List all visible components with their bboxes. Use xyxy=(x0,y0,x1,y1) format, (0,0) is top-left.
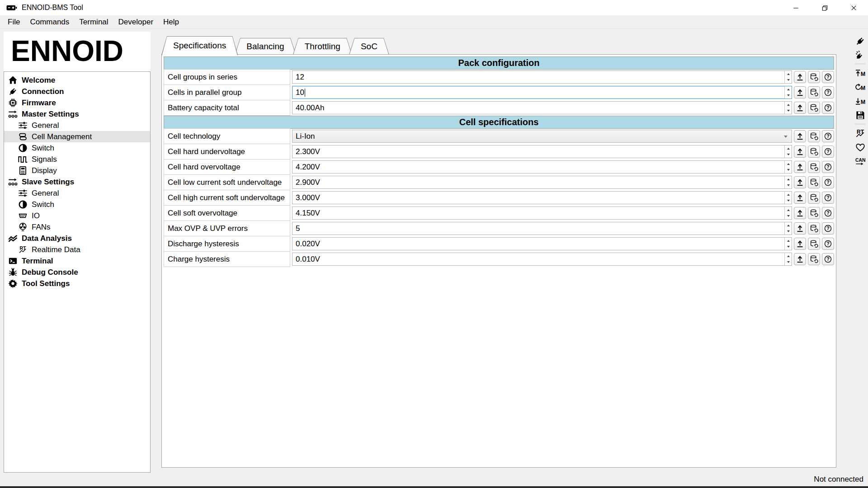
spin-up-button[interactable] xyxy=(785,253,792,259)
sidebar-item-cell-management[interactable]: Cell Management xyxy=(4,131,150,142)
cell-groups-in-series-input[interactable]: 12 xyxy=(292,70,792,84)
sidebar-item-general[interactable]: General xyxy=(4,188,150,199)
sidebar-item-welcome[interactable]: Welcome xyxy=(4,75,150,86)
tab-specifications[interactable]: Specifications xyxy=(161,36,238,55)
help-button[interactable]: ? xyxy=(822,71,834,83)
restore-default-button[interactable] xyxy=(808,253,820,265)
cell-soft-overvoltage-input[interactable]: 4.150V xyxy=(292,206,792,220)
sidebar-item-data-analysis[interactable]: Data Analysis xyxy=(4,233,150,244)
spin-down-button[interactable] xyxy=(785,77,792,84)
help-button[interactable]: ? xyxy=(822,130,834,142)
upload-button[interactable] xyxy=(794,102,806,114)
tab-balancing[interactable]: Balancing xyxy=(235,38,296,55)
upload-button[interactable] xyxy=(794,253,806,265)
restore-default-button[interactable] xyxy=(808,71,820,83)
spin-up-button[interactable] xyxy=(785,102,792,108)
sidebar-item-terminal[interactable]: Terminal xyxy=(4,255,150,267)
upload-button[interactable] xyxy=(794,176,806,188)
spin-down-button[interactable] xyxy=(785,167,792,174)
spin-down-button[interactable] xyxy=(785,152,792,158)
sidebar-item-connection[interactable]: Connection xyxy=(4,86,150,97)
spin-up-button[interactable] xyxy=(785,207,792,213)
help-button[interactable]: ? xyxy=(822,207,834,219)
spin-down-button[interactable] xyxy=(785,213,792,220)
connect-button[interactable] xyxy=(854,34,867,47)
restore-default-button[interactable] xyxy=(808,161,820,173)
spin-up-button[interactable] xyxy=(785,222,792,229)
upload-button[interactable] xyxy=(794,238,806,250)
restore-default-button[interactable] xyxy=(808,207,820,219)
can-forward-button[interactable]: CAN xyxy=(854,155,867,168)
disconnect-button[interactable] xyxy=(854,48,867,61)
upload-button[interactable] xyxy=(794,207,806,219)
spin-down-button[interactable] xyxy=(785,93,792,99)
write-master-button[interactable]: M xyxy=(854,94,867,108)
spin-up-button[interactable] xyxy=(785,238,792,244)
sidebar-item-master-settings[interactable]: Master Settings xyxy=(4,108,150,120)
charge-hysteresis-input[interactable]: 0.010V xyxy=(292,253,792,266)
battery-capacity-total-input[interactable]: 40.00Ah xyxy=(292,101,792,114)
restore-default-button[interactable] xyxy=(808,222,820,235)
help-button[interactable]: ? xyxy=(822,161,834,173)
menu-help[interactable]: Help xyxy=(158,16,184,28)
restore-default-button[interactable] xyxy=(808,192,820,204)
spin-up-button[interactable] xyxy=(785,145,792,152)
upload-button[interactable] xyxy=(794,86,806,99)
spin-up-button[interactable] xyxy=(785,176,792,183)
spin-down-button[interactable] xyxy=(785,183,792,189)
cell-technology-select[interactable]: Li-Ion xyxy=(292,130,792,143)
sidebar-item-slave-settings[interactable]: Slave Settings xyxy=(4,176,150,188)
sidebar-item-general[interactable]: General xyxy=(4,120,150,131)
restore-default-button[interactable] xyxy=(808,176,820,188)
sidebar-item-fans[interactable]: FANs xyxy=(4,221,150,233)
help-button[interactable]: ? xyxy=(822,222,834,235)
upload-button[interactable] xyxy=(794,222,806,235)
read-master-button[interactable]: M xyxy=(854,66,867,80)
menu-terminal[interactable]: Terminal xyxy=(74,16,113,28)
upload-button[interactable] xyxy=(794,130,806,142)
sidebar-item-switch[interactable]: Switch xyxy=(4,199,150,210)
upload-button[interactable] xyxy=(794,161,806,173)
sidebar-item-switch[interactable]: Switch xyxy=(4,142,150,154)
sidebar-item-display[interactable]: Display xyxy=(4,165,150,176)
minimize-button[interactable] xyxy=(781,0,810,15)
sidebar-item-signals[interactable]: Signals xyxy=(4,154,150,165)
spin-up-button[interactable] xyxy=(785,86,792,93)
reload-master-button[interactable]: M xyxy=(854,80,867,94)
save-button[interactable] xyxy=(854,108,867,122)
realtime-data-button[interactable]: RT xyxy=(854,127,867,140)
upload-button[interactable] xyxy=(794,192,806,204)
cell-high-current-soft-undervoltage-input[interactable]: 3.000V xyxy=(292,191,792,204)
upload-button[interactable] xyxy=(794,145,806,158)
help-button[interactable]: ? xyxy=(822,145,834,158)
favorites-button[interactable] xyxy=(854,141,867,154)
sidebar-item-realtime-data[interactable]: RTRealtime Data xyxy=(4,244,150,255)
tab-soc[interactable]: SoC xyxy=(349,38,389,55)
sidebar-item-tool-settings[interactable]: Tool Settings xyxy=(4,278,150,289)
sidebar-item-firmware[interactable]: Firmware xyxy=(4,97,150,108)
spin-up-button[interactable] xyxy=(785,192,792,198)
tab-throttling[interactable]: Throttling xyxy=(293,38,352,55)
menu-file[interactable]: File xyxy=(3,16,25,28)
cell-low-current-soft-undervoltage-input[interactable]: 2.900V xyxy=(292,176,792,189)
help-button[interactable]: ? xyxy=(822,102,834,114)
restore-default-button[interactable] xyxy=(808,145,820,158)
upload-button[interactable] xyxy=(794,71,806,83)
menu-commands[interactable]: Commands xyxy=(25,16,74,28)
spin-down-button[interactable] xyxy=(785,198,792,204)
help-button[interactable]: ? xyxy=(822,86,834,99)
help-button[interactable]: ? xyxy=(822,192,834,204)
sidebar-item-io[interactable]: IO xyxy=(4,210,150,221)
restore-default-button[interactable] xyxy=(808,102,820,114)
spin-down-button[interactable] xyxy=(785,229,792,235)
cell-hard-overvoltage-input[interactable]: 4.200V xyxy=(292,160,792,174)
spin-down-button[interactable] xyxy=(785,108,792,114)
menu-developer[interactable]: Developer xyxy=(113,16,159,28)
help-button[interactable]: ? xyxy=(822,238,834,250)
max-ovp-uvp-errors-input[interactable]: 5 xyxy=(292,222,792,235)
cells-in-parallel-group-input[interactable]: 10 xyxy=(292,86,792,99)
cell-hard-undervoltage-input[interactable]: 2.300V xyxy=(292,145,792,158)
help-button[interactable]: ? xyxy=(822,176,834,188)
spin-down-button[interactable] xyxy=(785,259,792,266)
spin-up-button[interactable] xyxy=(785,161,792,167)
